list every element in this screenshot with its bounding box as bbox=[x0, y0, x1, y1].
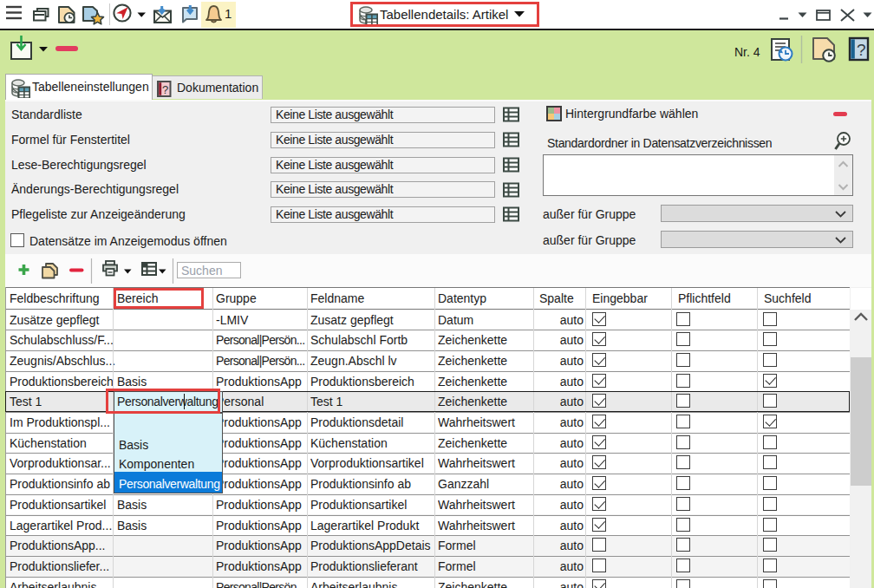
svg-text:?: ? bbox=[857, 41, 866, 59]
svg-text:?: ? bbox=[162, 83, 168, 96]
svg-text:1: 1 bbox=[225, 6, 232, 21]
